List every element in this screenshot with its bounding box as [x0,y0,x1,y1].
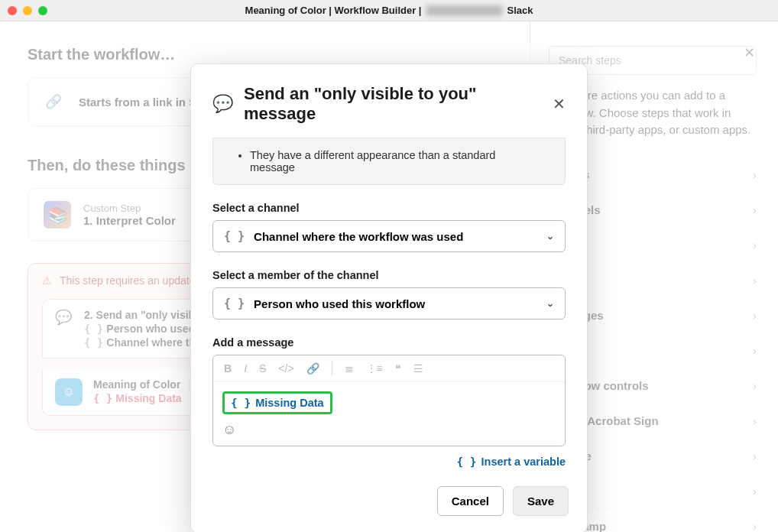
editor-toolbar: B I S </> 🔗 ≣ ⋮≡ ❝ ☰ [213,355,565,382]
editor-body[interactable]: { } Missing Data ☺ [213,382,565,446]
missing-data-variable-pill[interactable]: { } Missing Data [222,391,332,414]
workspace-name-blurred [426,5,502,16]
traffic-lights [8,6,47,15]
modal-title: Send an "only visible to you" message [244,84,542,124]
send-ephemeral-modal: 💬 Send an "only visible to you" message … [190,63,588,532]
braces-icon: { } [224,229,245,243]
window-title-suffix: Slack [507,5,533,16]
info-bullet: They have a different appearance than a … [250,149,542,174]
window-title: Meaning of Color | Workflow Builder | Sl… [245,5,533,16]
cancel-button[interactable]: Cancel [437,486,504,516]
member-select-value: Person who used this workflow [254,297,425,310]
minimize-window-icon[interactable] [23,6,32,15]
toolbar-separator [332,362,332,375]
insert-variable-link[interactable]: { } Insert a variable [212,456,566,468]
maximize-window-icon[interactable] [38,6,47,15]
channel-select-value: Channel where the workflow was used [254,230,463,243]
braces-icon: { } [231,397,251,409]
message-field-label: Add a message [212,336,566,349]
emoji-picker-icon[interactable]: ☺ [222,422,236,437]
missing-data-label: Missing Data [255,397,323,409]
code-block-icon[interactable]: ☰ [413,362,423,375]
blockquote-icon[interactable]: ❝ [395,362,401,375]
link-icon[interactable]: 🔗 [306,362,319,375]
chevron-down-icon: ⌄ [546,231,554,242]
titlebar: Meaning of Color | Workflow Builder | Sl… [0,0,778,21]
bullet-list-icon[interactable]: ⋮≡ [366,362,383,375]
member-select[interactable]: { } Person who used this workflow ⌄ [212,287,566,320]
window-title-prefix: Meaning of Color | Workflow Builder | [245,5,422,16]
chevron-down-icon: ⌄ [546,298,554,309]
braces-icon: { } [456,456,476,468]
strike-icon[interactable]: S [259,362,266,375]
ordered-list-icon[interactable]: ≣ [345,362,354,375]
info-note: They have a different appearance than a … [212,138,566,185]
italic-icon[interactable]: I [244,362,247,375]
code-icon[interactable]: </> [278,362,293,375]
save-button[interactable]: Save [513,486,569,516]
close-modal-icon[interactable]: ✕ [553,95,566,113]
braces-icon: { } [224,297,245,310]
channel-field-label: Select a channel [212,202,566,214]
member-field-label: Select a member of the channel [212,269,566,281]
chat-bubble-icon: 💬 [212,94,233,114]
channel-select[interactable]: { } Channel where the workflow was used … [212,220,566,252]
bold-icon[interactable]: B [224,362,232,375]
close-window-icon[interactable] [8,6,17,15]
message-editor[interactable]: B I S </> 🔗 ≣ ⋮≡ ❝ ☰ { } Missing Data [212,355,566,446]
